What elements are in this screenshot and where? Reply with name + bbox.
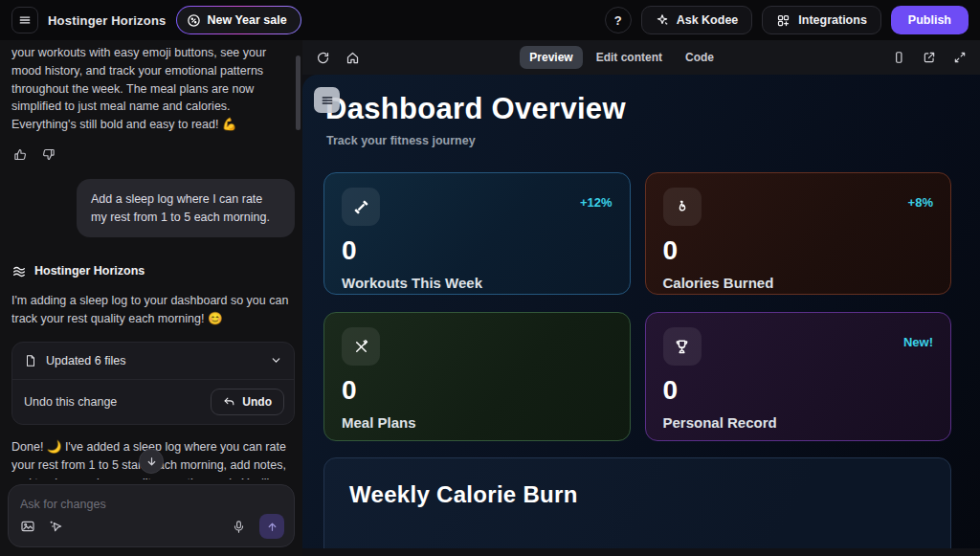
home-button[interactable] — [345, 51, 360, 65]
open-external-button[interactable] — [923, 51, 936, 64]
app-window: Hostinger Horizons New Year sale ? Ask K… — [0, 0, 980, 556]
chat-composer — [8, 484, 295, 547]
mobile-view-button[interactable] — [892, 51, 905, 64]
voice-input-button[interactable] — [232, 520, 246, 534]
stat-value: 0 — [342, 235, 612, 266]
stats-grid: +12% 0 Workouts This Week +8% 0 — [323, 172, 951, 441]
section-title: Weekly Calorie Burn — [349, 481, 925, 508]
top-bar: Hostinger Horizons New Year sale ? Ask K… — [0, 0, 980, 40]
undo-prompt-label: Undo this change — [24, 393, 117, 411]
stat-label: Meal Plans — [342, 414, 612, 431]
kodee-sparkle-icon — [656, 13, 669, 27]
chat-scrollbar[interactable] — [296, 56, 301, 130]
hamburger-icon — [18, 13, 32, 27]
chat-panel: your workouts with easy emoji buttons, s… — [0, 40, 302, 556]
sale-label: New Year sale — [208, 13, 287, 27]
undo-button[interactable]: Undo — [211, 389, 284, 415]
tab-code[interactable]: Code — [676, 46, 724, 69]
down-arrow-icon — [145, 456, 158, 468]
question-mark-icon: ? — [614, 13, 622, 28]
microphone-icon — [232, 520, 246, 534]
assistant-header: Hostinger Horizons — [11, 262, 295, 280]
stat-value: 0 — [663, 375, 934, 406]
image-icon — [20, 519, 35, 534]
preview-hamburger-button[interactable] — [314, 87, 340, 113]
ask-for-changes-input[interactable] — [20, 498, 282, 511]
undo-arrow-icon — [223, 396, 235, 409]
discount-badge-icon — [187, 13, 201, 28]
stat-badge: +12% — [580, 195, 612, 210]
updated-files-toggle[interactable]: Updated 6 files — [12, 343, 294, 380]
stat-badge: +8% — [908, 195, 933, 210]
stat-value: 0 — [663, 235, 934, 266]
integrations-grid-icon — [776, 13, 791, 28]
send-button[interactable] — [259, 514, 284, 539]
assistant-message-tail: your workouts with easy emoji buttons, s… — [11, 44, 295, 134]
hamburger-icon — [321, 94, 334, 107]
up-arrow-icon — [266, 521, 278, 533]
new-year-sale-button[interactable]: New Year sale — [176, 6, 301, 34]
thumbs-up-button[interactable] — [13, 147, 28, 162]
app-preview: Dashboard Overview Track your fitness jo… — [302, 75, 980, 548]
stat-label: Calories Burned — [663, 275, 934, 291]
app-title: Hostinger Horizons — [48, 13, 167, 28]
file-icon — [24, 354, 37, 367]
select-element-cursor-icon — [49, 519, 64, 534]
flame-icon — [663, 188, 702, 226]
chat-history[interactable]: your workouts with easy emoji buttons, s… — [11, 44, 295, 479]
stat-card-meal-plans: 0 Meal Plans — [323, 312, 631, 441]
integrations-button[interactable]: Integrations — [762, 6, 881, 34]
file-update-card: Updated 6 files Undo this change Undo — [11, 342, 295, 426]
page-subtitle: Track your fitness journey — [326, 134, 951, 147]
attach-image-button[interactable] — [20, 519, 35, 534]
weekly-calorie-burn-card: Weekly Calorie Burn — [323, 457, 951, 548]
integrations-label: Integrations — [798, 13, 867, 27]
utensils-icon — [342, 327, 380, 366]
tab-edit-content[interactable]: Edit content — [587, 46, 672, 69]
preview-toolbar: Preview Edit content Code — [302, 40, 980, 75]
stat-badge: New! — [903, 335, 933, 349]
preview-mode-tabs: Preview Edit content Code — [520, 46, 724, 69]
dumbbell-icon — [342, 188, 380, 226]
publish-button[interactable]: Publish — [891, 6, 969, 34]
assistant-message-intro: I'm adding a sleep log to your dashboard… — [11, 292, 295, 328]
scroll-to-bottom-button[interactable] — [139, 449, 164, 474]
ask-kodee-button[interactable]: Ask Kodee — [641, 6, 753, 34]
fullscreen-button[interactable] — [953, 51, 967, 64]
thumbs-down-button[interactable] — [41, 147, 56, 162]
stat-card-workouts: +12% 0 Workouts This Week — [323, 172, 631, 295]
select-element-button[interactable] — [49, 519, 64, 534]
trophy-icon — [663, 327, 702, 366]
horizons-logo-icon — [11, 264, 27, 279]
preview-panel: Preview Edit content Code — [302, 40, 980, 556]
assistant-name: Hostinger Horizons — [34, 262, 145, 280]
ask-kodee-label: Ask Kodee — [677, 13, 739, 27]
message-feedback — [13, 147, 293, 162]
chevron-down-icon — [270, 354, 282, 367]
stat-value: 0 — [342, 375, 612, 406]
stat-card-personal-record: New! 0 Personal Record — [645, 312, 952, 441]
page-title: Dashboard Overview — [325, 92, 951, 126]
updated-files-label: Updated 6 files — [46, 352, 261, 370]
tab-preview[interactable]: Preview — [520, 46, 582, 69]
main-menu-button[interactable] — [11, 7, 38, 33]
stat-card-calories: +8% 0 Calories Burned — [645, 172, 952, 295]
stat-label: Personal Record — [663, 414, 934, 431]
refresh-button[interactable] — [316, 51, 330, 65]
help-button[interactable]: ? — [605, 7, 632, 33]
user-message: Add a sleep log where I can rate my rest… — [77, 179, 295, 238]
stat-label: Workouts This Week — [342, 275, 612, 291]
